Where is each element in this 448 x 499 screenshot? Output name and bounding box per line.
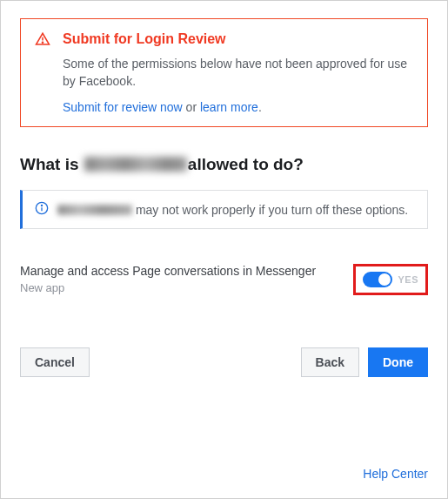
toggle-highlight: YES bbox=[353, 264, 428, 295]
warning-icon bbox=[35, 31, 50, 50]
app-name-redacted bbox=[84, 157, 187, 172]
learn-more-link[interactable]: learn more bbox=[200, 100, 258, 114]
info-icon bbox=[35, 201, 49, 218]
done-button[interactable]: Done bbox=[368, 347, 428, 377]
submit-review-link[interactable]: Submit for review now bbox=[63, 100, 183, 114]
right-buttons: Back Done bbox=[301, 347, 428, 377]
cancel-button[interactable]: Cancel bbox=[20, 347, 90, 377]
permission-subtitle: New app bbox=[20, 281, 316, 294]
alert-sep: or bbox=[183, 100, 200, 114]
svg-point-1 bbox=[42, 42, 43, 43]
back-button[interactable]: Back bbox=[301, 347, 359, 377]
alert-period: . bbox=[258, 100, 262, 114]
info-banner: may not work properly if you turn off th… bbox=[20, 190, 428, 229]
toggle-state-label: YES bbox=[398, 274, 418, 285]
info-text: may not work properly if you turn off th… bbox=[136, 203, 408, 217]
login-review-alert: Submit for Login Review Some of the perm… bbox=[20, 18, 428, 127]
heading-prefix: What is bbox=[20, 155, 84, 173]
alert-body: Some of the permissions below have not b… bbox=[63, 56, 413, 90]
app-name-redacted-small bbox=[57, 205, 132, 215]
permission-row: Manage and access Page conversations in … bbox=[20, 264, 428, 295]
permissions-heading: What is allowed to do? bbox=[20, 155, 428, 174]
heading-suffix: allowed to do? bbox=[188, 155, 304, 173]
dialog-buttons: Cancel Back Done bbox=[20, 347, 428, 377]
alert-title: Submit for Login Review bbox=[63, 31, 413, 47]
footer: Help Center bbox=[363, 467, 428, 481]
alert-actions: Submit for review now or learn more. bbox=[63, 100, 413, 114]
svg-point-4 bbox=[41, 206, 42, 206]
permission-text: Manage and access Page conversations in … bbox=[20, 264, 316, 294]
permission-title: Manage and access Page conversations in … bbox=[20, 264, 316, 278]
info-text-wrap: may not work properly if you turn off th… bbox=[57, 203, 408, 217]
permission-toggle[interactable] bbox=[363, 272, 392, 287]
help-center-link[interactable]: Help Center bbox=[363, 467, 428, 481]
